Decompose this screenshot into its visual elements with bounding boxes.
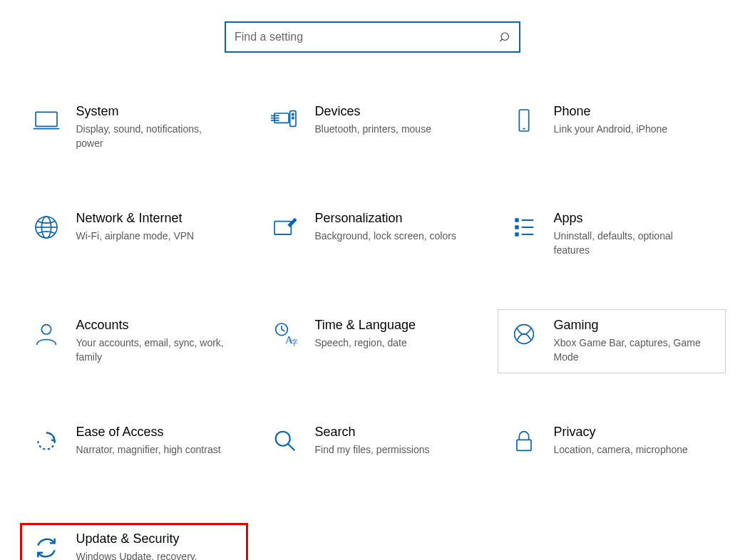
tile-title: Devices <box>315 103 431 120</box>
tile-privacy[interactable]: Privacy Location, camera, microphone <box>498 416 726 480</box>
tile-title: Privacy <box>554 424 688 440</box>
svg-rect-22 <box>515 233 518 235</box>
tile-search[interactable]: Search Find my files, permissions <box>259 416 487 480</box>
svg-text:字: 字 <box>291 338 298 346</box>
tile-time-language[interactable]: A 字 Time & Language Speech, region, date <box>259 309 487 373</box>
tile-desc: Find my files, permissions <box>315 443 430 457</box>
svg-rect-20 <box>515 226 518 228</box>
tile-phone[interactable]: Phone Link your Android, iPhone <box>498 95 726 160</box>
apps-icon <box>507 210 541 244</box>
settings-grid: System Display, sound, notifications, po… <box>0 95 745 560</box>
tile-system[interactable]: System Display, sound, notifications, po… <box>20 95 248 160</box>
lock-icon <box>507 424 541 458</box>
tile-title: Gaming <box>554 317 704 333</box>
svg-line-27 <box>282 329 284 331</box>
svg-point-9 <box>292 113 294 115</box>
globe-icon <box>29 210 63 244</box>
gaming-icon <box>507 317 541 351</box>
personalization-icon <box>268 210 302 244</box>
svg-rect-2 <box>36 112 57 126</box>
tile-desc: Link your Android, iPhone <box>554 123 668 137</box>
tile-desc: Wi-Fi, airplane mode, VPN <box>76 229 195 244</box>
tile-title: Personalization <box>315 210 456 227</box>
tile-title: System <box>76 103 226 120</box>
tile-desc: Narrator, magnifier, high contrast <box>76 443 221 457</box>
svg-rect-18 <box>515 219 518 221</box>
search-icon <box>499 31 512 43</box>
update-icon <box>29 531 63 560</box>
tile-title: Apps <box>554 210 704 227</box>
tile-title: Ease of Access <box>76 424 221 440</box>
svg-line-32 <box>288 444 294 450</box>
ease-of-access-icon <box>29 424 63 458</box>
tile-title: Update & Security <box>76 531 226 547</box>
svg-rect-11 <box>519 110 528 131</box>
tile-title: Time & Language <box>315 317 416 333</box>
tile-title: Accounts <box>76 317 226 333</box>
svg-line-1 <box>500 39 503 41</box>
svg-point-0 <box>501 33 509 41</box>
tile-desc: Display, sound, notifications, power <box>76 123 226 150</box>
svg-rect-33 <box>517 440 531 450</box>
search-box[interactable] <box>225 21 520 53</box>
svg-point-10 <box>292 117 294 119</box>
tile-accounts[interactable]: Accounts Your accounts, email, sync, wor… <box>20 309 248 373</box>
tile-network[interactable]: Network & Internet Wi-Fi, airplane mode,… <box>20 202 248 266</box>
tile-desc: Xbox Game Bar, captures, Game Mode <box>554 336 704 364</box>
accounts-icon <box>29 317 63 351</box>
tile-devices[interactable]: Devices Bluetooth, printers, mouse <box>259 95 487 160</box>
tile-update-security[interactable]: Update & Security Windows Update, recove… <box>20 523 248 560</box>
tile-desc: Bluetooth, printers, mouse <box>315 123 431 137</box>
tile-title: Network & Internet <box>76 210 195 227</box>
magnifier-icon <box>268 424 302 458</box>
tile-personalization[interactable]: Personalization Background, lock screen,… <box>259 202 487 266</box>
search-input[interactable] <box>233 30 499 44</box>
tile-gaming[interactable]: Gaming Xbox Game Bar, captures, Game Mod… <box>498 309 726 373</box>
svg-rect-16 <box>274 222 291 234</box>
tile-desc: Background, lock screen, colors <box>315 229 456 244</box>
svg-point-31 <box>275 432 289 446</box>
system-icon <box>29 103 63 138</box>
tile-desc: Speech, region, date <box>315 336 416 351</box>
time-language-icon: A 字 <box>268 317 302 351</box>
tile-desc: Location, camera, microphone <box>554 443 688 457</box>
tile-title: Phone <box>554 103 668 120</box>
tile-desc: Uninstall, defaults, optional features <box>554 229 704 257</box>
phone-icon <box>507 103 541 138</box>
tile-ease-of-access[interactable]: Ease of Access Narrator, magnifier, high… <box>20 416 248 480</box>
tile-desc: Windows Update, recovery, backup <box>76 550 226 560</box>
svg-point-24 <box>41 325 51 334</box>
devices-icon <box>268 103 302 138</box>
tile-title: Search <box>315 424 430 440</box>
tile-apps[interactable]: Apps Uninstall, defaults, optional featu… <box>498 202 726 266</box>
tile-desc: Your accounts, email, sync, work, family <box>76 336 226 364</box>
